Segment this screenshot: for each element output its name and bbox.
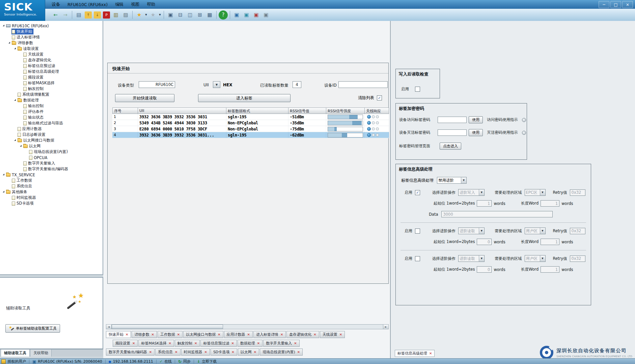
view-tab[interactable]: 进入标签详情✕ [253,331,286,338]
close-tab-icon[interactable]: ✕ [297,351,300,354]
tree-item-ethernet-interface[interactable]: 以太网接口与数据 [0,138,103,143]
tree-item-time-monitor[interactable]: 时间监视器 [0,195,103,201]
menu-item[interactable]: 设备 [48,0,64,9]
menu-item[interactable]: RFU610C (RFU6xx) [64,1,111,8]
tree-item-eval-condition[interactable]: 评估条件 [0,109,103,115]
tree-item-tag-advanced[interactable]: 标签信息高级处理 [0,69,103,74]
tree-item-tx-service[interactable]: TX_SERVICE [0,172,103,178]
expand-arrow[interactable] [3,25,4,26]
tree-item-output-state[interactable]: 输出状态 [0,115,103,120]
tree-item-digital-output-encoder[interactable]: 数字开关量输出/编码器 [0,166,103,172]
expand-arrow[interactable] [14,48,16,49]
layout-tile-horizontal-icon[interactable]: ⊟ [176,10,185,20]
length-word-input[interactable]: 1 [541,266,559,273]
enter-tag-button[interactable]: 进入标签 [198,94,291,102]
horizontal-scrollbar[interactable]: ◄ ► [106,324,389,329]
view-tab[interactable]: 数字开关量输出/编码器✕ [106,348,155,356]
monitor-search-icon[interactable]: ▣ [242,10,251,20]
tree-item-other-services[interactable]: 其他服务 [0,189,103,195]
device-type-input[interactable]: RFU610C [139,81,175,88]
table-row[interactable]: 43932 3636 3B39 3932 3536 3031...sgln-19… [112,132,389,138]
view-tab[interactable]: 现场总线设置(内置)✕ [260,348,303,356]
close-tab-icon[interactable]: ✕ [132,342,135,345]
kill-password-input[interactable] [438,129,467,136]
table-row[interactable]: 3E280 6894 0000 5010 7F58 3DCFNon-EPCglo… [112,126,389,132]
password-manage-button[interactable]: 点击进入 [440,143,461,150]
read-from-device-icon[interactable]: ↑ [85,11,92,19]
start-word-input[interactable]: 1 [477,200,492,207]
view-tab[interactable]: 盘存逻辑优化✕ [286,331,319,338]
view-tab[interactable]: 触发控制✕ [175,340,200,347]
write-to-device-icon[interactable]: ↓ [94,11,101,19]
expand-arrow[interactable] [3,191,4,192]
retry-input[interactable]: 0x32 [570,189,585,196]
print-icon[interactable]: ▤ [74,10,83,20]
enable-checkbox[interactable] [415,190,420,195]
column-header[interactable]: UII [138,108,226,114]
tree-item-antenna-settings[interactable]: 天线设置 [0,52,103,57]
close-tab-icon[interactable]: ✕ [280,333,283,336]
left-tab[interactable]: 关联帮助 [30,349,52,357]
close-tab-icon[interactable]: ✕ [218,333,220,336]
help-icon[interactable]: ? [219,10,228,20]
column-header[interactable]: 序号 [112,108,138,114]
tree-item-output-control[interactable]: 输出控制 [0,103,103,109]
data-input[interactable]: 3000 [441,211,553,217]
view-tab[interactable]: 快速开始✕ [106,331,131,338]
view-tab[interactable]: 系统信息✕ [155,348,180,356]
close-tab-icon[interactable]: ✕ [204,351,207,354]
menu-item[interactable]: 编辑 [111,0,127,9]
tree-item-digital-input[interactable]: 数字开关量输入 [0,160,103,166]
close-tab-icon[interactable]: ✕ [429,352,432,355]
close-tab-icon[interactable]: ✕ [313,333,316,336]
table-row[interactable]: 25349 434B 5246 4944 3030 3133Non-EPCglo… [112,120,389,126]
expand-arrow[interactable] [14,139,16,141]
view-tab[interactable]: 数据处理✕ [238,340,263,347]
view-tab[interactable]: SD卡选项✕ [211,348,237,356]
view-tab[interactable]: 应用计数器✕ [224,331,253,338]
maximize-button[interactable]: □ [610,1,621,8]
tree-item-tag-mask[interactable]: 标签MASK选择 [0,80,103,86]
length-word-input[interactable]: 1 [541,239,559,245]
enable-checkbox[interactable] [415,256,420,261]
wizard-icon[interactable]: ★ [135,10,144,20]
close-tab-icon[interactable]: ✕ [126,333,128,336]
enable-checkbox[interactable] [415,229,420,234]
tree-item-sd-card[interactable]: SD卡选项 [0,201,103,206]
view-tab[interactable]: 天线设置✕ [320,331,345,338]
area-select[interactable]: EPC区▼ [525,189,546,196]
close-tab-icon[interactable]: ✕ [231,342,234,345]
tree-item-inventory-logic[interactable]: 盘存逻辑优化 [0,57,103,63]
attach-icon[interactable]: ▨ [121,10,130,20]
expand-arrow[interactable] [3,174,4,175]
close-tab-icon[interactable]: ✕ [339,333,342,336]
access-password-input[interactable] [438,117,467,123]
tree-item-trigger-control[interactable]: 触发控制 [0,86,103,92]
start-quick-read-button[interactable]: 开始快速读取 [115,94,174,102]
tree-item-opcua[interactable]: OPCUA [0,155,103,160]
start-word-input[interactable]: 0 [477,239,492,245]
layout-tabs-icon[interactable]: ▦ [205,10,214,20]
monitor-record-icon[interactable]: ▣ [252,10,261,20]
layout-tile-vertical-icon[interactable]: ◫ [186,10,195,20]
close-tab-icon[interactable]: ✕ [247,333,250,336]
layout-cascade-icon[interactable]: ▣ [166,10,175,20]
close-tab-icon[interactable]: ✕ [231,351,234,354]
scrollbar-thumb[interactable] [112,325,223,329]
close-tab-icon[interactable]: ✕ [177,333,180,336]
single-tag-config-button[interactable]: 单标签辅助读取配置工具 [5,324,60,333]
tree-item-enter-tag-details[interactable]: 进入标签详情 [0,34,103,40]
minimize-button[interactable]: ─ [599,1,609,8]
tree-item-log-diagnostics[interactable]: 日志诊断设置 [0,132,103,138]
column-header[interactable]: 天线响应 [365,108,389,114]
use-access-password-button[interactable]: 使用 [469,116,483,123]
tree-item-tag-prefilter[interactable]: 标签信息预过滤 [0,63,103,69]
statusbar-item[interactable]: ↓立即下载 [197,359,217,364]
tree-item-data-processing[interactable]: 数据处理 [0,97,103,103]
tree-item-system-increment[interactable]: 系统级增量配置 [0,92,103,97]
column-header[interactable]: RSSI信号强度 [326,108,365,114]
layout-grid-icon[interactable]: ⊞ [195,10,204,20]
close-tab-icon[interactable]: ✕ [149,351,152,354]
area-select[interactable]: 用户区▼ [525,228,546,234]
view-tab[interactable]: 数字开关量输入✕ [263,340,299,347]
